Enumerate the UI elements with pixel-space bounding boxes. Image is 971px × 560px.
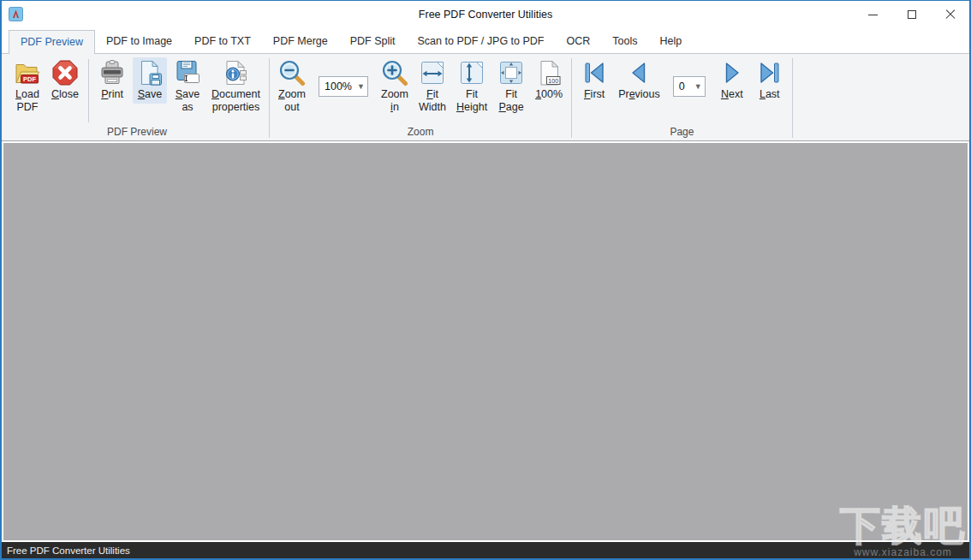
chevron-down-icon[interactable]: ▼ [692, 82, 705, 91]
button-label-line: 100% [535, 88, 563, 101]
window-title: Free PDF Converter Utilities [2, 1, 969, 28]
load-pdf-button[interactable]: PDF LoadPDF [10, 57, 45, 116]
zoom-in-button[interactable]: Zoomin [378, 57, 412, 116]
save-as-button[interactable]: Saveas [170, 57, 205, 116]
fit-height-icon [458, 59, 486, 86]
fit-width-button[interactable]: FitWidth [415, 57, 450, 116]
button-label-line: Width [419, 101, 446, 114]
button-label-line: First [584, 88, 605, 101]
fit-height-button[interactable]: FitHeight [453, 57, 491, 116]
status-text: Free PDF Converter Utilities [7, 545, 130, 556]
first-page-button[interactable]: First [577, 57, 611, 104]
svg-text:PDF: PDF [23, 75, 36, 83]
button-label-line: Zoom [278, 88, 306, 101]
fit-page-button[interactable]: FitPage [494, 57, 528, 116]
tab-pdf-to-image[interactable]: PDF to Image [95, 29, 183, 54]
button-label-line: Fit [505, 88, 517, 101]
last-page-button[interactable]: Last [753, 57, 787, 104]
window-controls [854, 1, 969, 28]
button-label-line: PDF [17, 101, 39, 114]
ribbon-group-page: First Previous0▼ Next LastPage [572, 57, 792, 140]
printer-icon [98, 59, 126, 86]
tab-pdf-split[interactable]: PDF Split [339, 29, 407, 54]
button-label-line: properties [212, 101, 260, 114]
nav-previous-icon [625, 59, 652, 86]
ribbon-group-zoom: Zoomout100%▼ Zoomin FitWidth FitHeight F… [270, 57, 571, 140]
content-frame [2, 141, 969, 542]
next-page-button[interactable]: Next [715, 57, 749, 104]
page-number-combo-value: 0 [674, 80, 692, 92]
svg-text:100: 100 [548, 78, 558, 84]
button-label-line: Zoom [381, 88, 408, 101]
magnifier-plus-icon [381, 59, 408, 86]
nav-first-icon [581, 59, 608, 86]
print-button[interactable]: Print [95, 57, 129, 104]
maximize-icon [908, 10, 916, 19]
ribbon-group-items: PDF LoadPDF Close Print Save Saveas Docu… [5, 57, 269, 126]
status-bar: Free PDF Converter Utilities [2, 542, 969, 559]
button-label-line: Height [456, 101, 487, 114]
minimize-button[interactable] [854, 1, 892, 28]
close-window-button[interactable] [931, 1, 969, 28]
ribbon-toolbar: PDF LoadPDF Close Print Save Saveas Docu… [2, 54, 969, 141]
previous-page-button[interactable]: Previous [615, 57, 664, 104]
button-label-line: Fit [426, 88, 438, 101]
document-properties-button[interactable]: Documentproperties [208, 57, 264, 116]
tab-pdf-merge[interactable]: PDF Merge [262, 29, 339, 54]
close-button[interactable]: Close [48, 57, 82, 104]
ribbon-group-separator [792, 58, 793, 138]
doc-info-icon [222, 59, 249, 86]
button-label-line: in [390, 101, 399, 114]
close-octagon-icon [51, 59, 79, 86]
pdf-preview-pane [3, 143, 968, 540]
maximize-button[interactable] [892, 1, 931, 28]
save-doc-icon [136, 59, 164, 86]
button-label-line: Save [176, 88, 200, 101]
button-label-line: Load [15, 88, 39, 101]
page-number-combo[interactable]: 0▼ [673, 76, 706, 97]
ribbon-tab-bar: PDF PreviewPDF to ImagePDF to TXTPDF Mer… [2, 28, 969, 54]
button-label-line: Fit [466, 88, 478, 101]
save-as-icon [174, 59, 201, 86]
close-icon [945, 9, 956, 20]
minimize-icon [868, 15, 878, 15]
tab-ocr[interactable]: OCR [556, 29, 602, 54]
tab-pdf-to-txt[interactable]: PDF to TXT [183, 29, 262, 54]
button-label-line: Print [101, 88, 123, 101]
fit-page-icon [497, 59, 525, 86]
folder-pdf-icon: PDF [14, 59, 41, 86]
button-label-line: Next [721, 88, 743, 101]
magnifier-minus-icon [278, 59, 306, 86]
zoom-level-combo-value: 100% [319, 80, 354, 92]
button-label-line: Close [51, 88, 79, 101]
ribbon-group-items: First Previous0▼ Next Last [572, 57, 792, 126]
button-label-line: Previous [618, 88, 660, 101]
title-bar: Free PDF Converter Utilities [2, 1, 969, 28]
button-label-line: out [284, 101, 299, 114]
button-label-line: Save [138, 88, 163, 101]
zoom-level-combo[interactable]: 100%▼ [319, 76, 368, 97]
nav-last-icon [756, 59, 783, 86]
tab-tools[interactable]: Tools [601, 29, 648, 54]
app-window: Free PDF Converter Utilities PDF Preview… [0, 0, 971, 560]
ribbon-group-pdf-preview: PDF LoadPDF Close Print Save Saveas Docu… [5, 57, 269, 140]
tab-scan-to-pdf-jpg-to-pdf[interactable]: Scan to PDF / JPG to PDF [407, 29, 556, 54]
zoom-100-button[interactable]: 100 100% [532, 57, 566, 104]
chevron-down-icon[interactable]: ▼ [354, 82, 367, 91]
button-label-line: Last [760, 88, 780, 101]
button-label-line: Document [211, 88, 260, 101]
tab-help[interactable]: Help [648, 29, 693, 54]
fit-width-icon [419, 59, 446, 86]
ribbon-group-label: PDF Preview [5, 126, 269, 140]
nav-next-icon [718, 59, 746, 86]
ribbon-group-items: Zoomout100%▼ Zoomin FitWidth FitHeight F… [270, 57, 571, 126]
ribbon-group-label: Page [572, 126, 792, 140]
page-100-icon: 100 [535, 59, 563, 86]
tab-pdf-preview[interactable]: PDF Preview [9, 30, 95, 54]
button-label-line: as [182, 101, 193, 114]
save-button[interactable]: Save [133, 57, 167, 104]
toolbar-separator [88, 59, 89, 122]
zoom-out-button[interactable]: Zoomout [275, 57, 309, 116]
ribbon-group-label: Zoom [270, 126, 571, 140]
tab-strip-divider [2, 53, 969, 54]
